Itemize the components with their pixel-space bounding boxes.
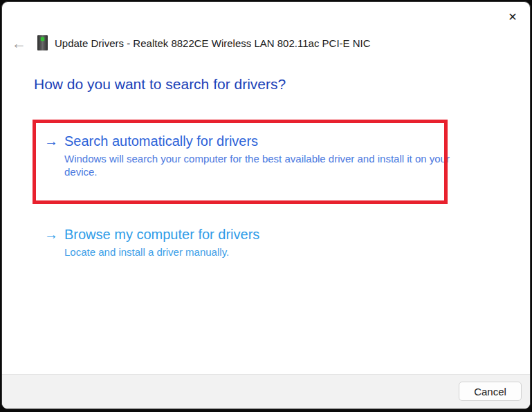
back-arrow-icon[interactable]: ← — [12, 36, 31, 50]
option-search-automatically-title[interactable]: Search automatically for drivers — [64, 133, 450, 149]
window-title: Update Drivers - Realtek 8822CE Wireless… — [55, 37, 371, 49]
option-browse-computer[interactable]: → Browse my computer for drivers Locate … — [44, 226, 259, 259]
update-drivers-wizard-window: ✕ ← Update Drivers - Realtek 8822CE Wire… — [1, 1, 531, 409]
option-texts: Browse my computer for drivers Locate an… — [64, 226, 259, 259]
footer-bar: Cancel — [2, 374, 530, 409]
device-led — [41, 37, 44, 41]
option-search-automatically[interactable]: → Search automatically for drivers Windo… — [44, 133, 450, 178]
close-icon[interactable]: ✕ — [502, 8, 523, 26]
page-title: How do you want to search for drivers? — [34, 76, 286, 93]
wizard-header: ← Update Drivers - Realtek 8822CE Wirele… — [12, 32, 520, 53]
option-browse-computer-title[interactable]: Browse my computer for drivers — [64, 226, 259, 243]
option-browse-computer-description: Locate and install a driver manually. — [64, 245, 259, 259]
option-texts: Search automatically for drivers Windows… — [64, 133, 450, 178]
arrow-right-icon: → — [44, 133, 64, 149]
device-driver-icon — [37, 35, 48, 50]
option-search-automatically-description: Windows will search your computer for th… — [64, 152, 450, 178]
cancel-button[interactable]: Cancel — [459, 382, 522, 401]
arrow-right-icon: → — [44, 226, 64, 243]
